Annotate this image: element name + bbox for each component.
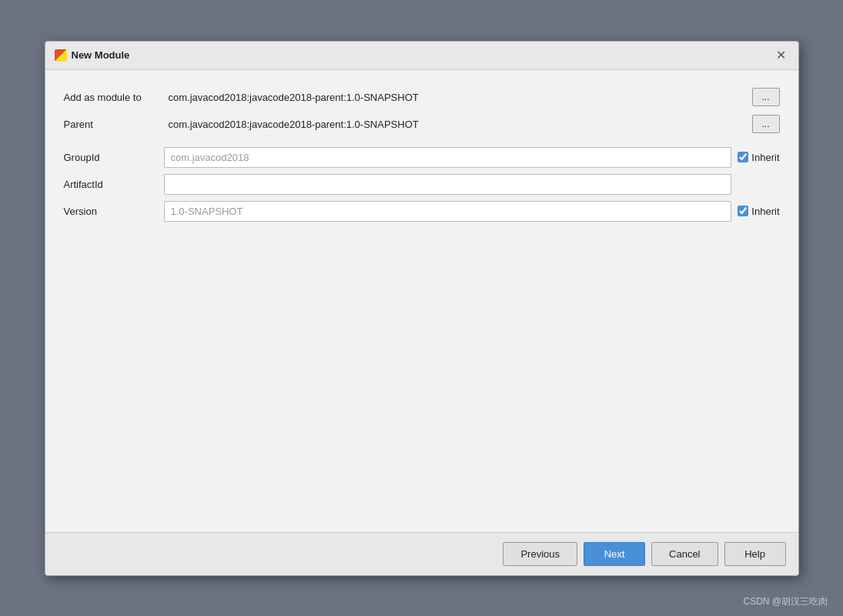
help-button[interactable]: Help: [724, 542, 786, 566]
parent-label: Parent: [64, 112, 164, 136]
version-label: Version: [64, 199, 164, 223]
groupid-inherit-label: Inherit: [751, 152, 779, 163]
dialog-titlebar: New Module ✕: [45, 42, 798, 70]
artifactid-input[interactable]: [164, 174, 732, 195]
close-button[interactable]: ✕: [774, 48, 789, 63]
parent-browse-button[interactable]: ...: [752, 115, 780, 133]
groupid-inherit-checkbox[interactable]: [738, 152, 748, 162]
version-input[interactable]: [164, 201, 732, 222]
previous-button[interactable]: Previous: [503, 542, 577, 566]
add-as-module-value: com.javacod2018:javacode2018-parent:1.0-…: [164, 85, 732, 109]
groupid-inherit-area: Inherit: [731, 152, 779, 163]
version-inherit-area: Inherit: [731, 206, 779, 217]
title-left: New Module: [55, 49, 130, 62]
next-button[interactable]: Next: [584, 542, 645, 566]
version-inherit-label: Inherit: [751, 206, 779, 217]
artifactid-label: ArtifactId: [64, 172, 164, 196]
dialog-footer: Previous Next Cancel Help: [45, 532, 798, 575]
parent-value: com.javacod2018:javacode2018-parent:1.0-…: [164, 112, 732, 136]
spacer-1: [64, 139, 780, 142]
new-module-dialog: New Module ✕ Add as module to com.javaco…: [45, 41, 799, 576]
groupid-input[interactable]: [164, 147, 732, 168]
dialog-body: Add as module to com.javacod2018:javacod…: [45, 70, 798, 532]
cancel-button[interactable]: Cancel: [651, 542, 718, 566]
dialog-title: New Module: [72, 49, 130, 61]
groupid-label: GroupId: [64, 146, 164, 169]
version-inherit-checkbox[interactable]: [738, 206, 748, 216]
add-as-module-label: Add as module to: [64, 85, 164, 109]
watermark-text: CSDN @胡汉三吃肉: [743, 595, 828, 608]
form-grid: Add as module to com.javacod2018:javacod…: [64, 85, 780, 223]
add-as-module-browse-button[interactable]: ...: [752, 88, 780, 106]
module-icon: [55, 49, 67, 62]
